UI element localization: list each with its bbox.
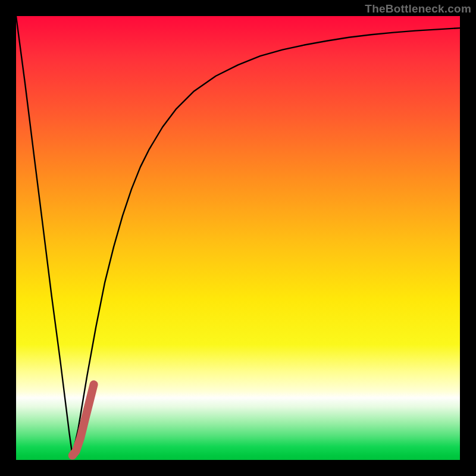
plot-area xyxy=(16,16,460,460)
gradient-background xyxy=(16,16,460,460)
watermark-text: TheBottleneck.com xyxy=(365,2,471,15)
chart-frame: TheBottleneck.com xyxy=(0,0,476,476)
